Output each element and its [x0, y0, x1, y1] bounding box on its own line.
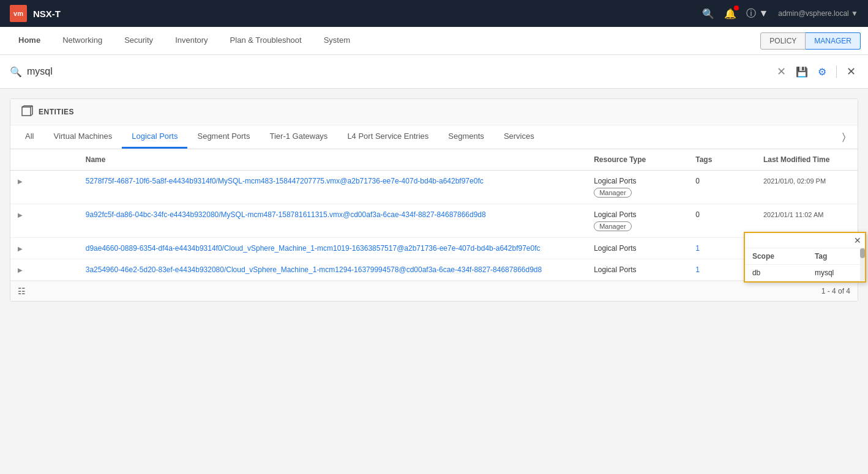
resource-type-cell: Logical Ports	[586, 238, 688, 259]
close-search-button[interactable]: ✕	[844, 62, 858, 81]
search-icon[interactable]: 🔍	[702, 8, 714, 20]
entities-label: ENTITIES	[39, 108, 74, 116]
modified-col-header: Last Modified Time	[756, 149, 858, 171]
tags-count: 0	[695, 177, 700, 185]
filter-tab-logical-ports[interactable]: Logical Ports	[122, 125, 187, 149]
policy-manager-toggle: POLICY MANAGER	[760, 32, 861, 50]
clear-search-button[interactable]: ✕	[774, 62, 788, 81]
manager-badge: Manager	[594, 221, 631, 231]
name-col-header: Name	[78, 149, 586, 171]
svg-rect-0	[22, 107, 31, 116]
search-input[interactable]	[27, 66, 769, 77]
name-cell: 3a254960-46e2-5d20-83ef-e4434b932080/Clo…	[78, 259, 586, 281]
scope-col-header: Scope	[745, 248, 807, 265]
entities-header: ENTITIES	[10, 99, 858, 125]
expand-cell[interactable]: ▶	[10, 238, 78, 259]
table-row: ▶ d9ae4660-0889-6354-df4a-e4434b9314f0/C…	[10, 238, 858, 259]
nav-tab-networking[interactable]: Networking	[51, 27, 113, 54]
manager-badge: Manager	[594, 188, 631, 198]
timestamp: 2021/01/0, 02:09 PM	[763, 177, 826, 185]
tags-cell: 0	[688, 171, 756, 204]
filter-tab-segments[interactable]: Segments	[438, 125, 494, 149]
name-cell: 9a92fc5f-da86-04bc-34fc-e4434b932080/MyS…	[78, 204, 586, 238]
top-bar-left: vm NSX-T	[10, 5, 61, 22]
filter-tabs: All Virtual Machines Logical Ports Segme…	[10, 125, 858, 149]
expand-col-header	[10, 149, 78, 171]
tags-popup-close-button[interactable]: ✕	[854, 235, 861, 245]
tags-popup-row: db mysql	[745, 265, 865, 281]
resource-type-value: Logical Ports	[594, 244, 681, 253]
resource-type-col-header: Resource Type	[586, 149, 688, 171]
resource-type-cell: Logical Ports Manager	[586, 171, 688, 204]
policy-button[interactable]: POLICY	[760, 32, 806, 50]
table-row: ▶ 3a254960-46e2-5d20-83ef-e4434b932080/C…	[10, 259, 858, 281]
tags-count[interactable]: 1	[695, 244, 700, 253]
vm-logo: vm	[10, 5, 27, 22]
top-bar-right: 🔍 🔔 ⓘ ▼ admin@vsphere.local ▼	[702, 7, 858, 20]
row-expand-arrow[interactable]: ▶	[18, 178, 23, 185]
row-expand-arrow[interactable]: ▶	[18, 267, 23, 273]
filter-tab-l4port[interactable]: L4 Port Service Entries	[337, 125, 438, 149]
resource-type-value: Logical Ports	[594, 265, 681, 274]
tags-popup-table: Scope Tag db mysql	[745, 248, 865, 281]
resource-type-cell: Logical Ports	[586, 259, 688, 281]
save-search-icon[interactable]: 💾	[793, 64, 810, 80]
row-link[interactable]: 9a92fc5f-da86-04bc-34fc-e4434b932080/MyS…	[86, 210, 486, 219]
nav-tab-security[interactable]: Security	[113, 27, 164, 54]
timestamp: 2021/01/1 11:02 AM	[763, 211, 823, 218]
row-link[interactable]: d9ae4660-0889-6354-df4a-e4434b9314f0/Clo…	[86, 244, 541, 253]
row-expand-arrow[interactable]: ▶	[18, 245, 23, 252]
entities-cube-icon	[20, 105, 34, 119]
nav-tabs: Home Networking Security Inventory Plan …	[7, 27, 361, 54]
filter-tab-segment-ports[interactable]: Segment Ports	[187, 125, 260, 149]
filter-tab-services[interactable]: Services	[494, 125, 544, 149]
expand-cell[interactable]: ▶	[10, 259, 78, 281]
app-title: NSX-T	[33, 9, 61, 19]
resource-type-value: Logical Ports	[594, 210, 681, 219]
top-bar: vm NSX-T 🔍 🔔 ⓘ ▼ admin@vsphere.local ▼	[0, 0, 868, 27]
filter-icon[interactable]: ⚙	[815, 64, 829, 80]
filter-tab-tier1[interactable]: Tier-1 Gateways	[260, 125, 337, 149]
tags-popup-scrollbar[interactable]	[860, 248, 865, 281]
table-body: ▶ 5278f75f-4687-10f6-5a8f-e4434b9314f0/M…	[10, 171, 858, 281]
nav-tab-plan[interactable]: Plan & Troubleshoot	[219, 27, 313, 54]
nav-tab-system[interactable]: System	[313, 27, 361, 54]
footer-toggle-icon[interactable]: ☷	[18, 286, 26, 296]
manager-button[interactable]: MANAGER	[806, 32, 861, 50]
notifications-icon[interactable]: 🔔	[724, 8, 736, 20]
modified-cell: 2021/01/0, 02:09 PM	[756, 171, 858, 204]
name-cell: d9ae4660-0889-6354-df4a-e4434b9314f0/Clo…	[78, 238, 586, 259]
entities-section: ENTITIES All Virtual Machines Logical Po…	[10, 98, 858, 302]
table-row: ▶ 5278f75f-4687-10f6-5a8f-e4434b9314f0/M…	[10, 171, 858, 204]
resource-type-value: Logical Ports	[594, 177, 681, 185]
search-bar-icon: 🔍	[10, 66, 22, 78]
tags-count[interactable]: 1	[695, 265, 700, 274]
help-icon[interactable]: ⓘ ▼	[746, 7, 768, 20]
scope-value: db	[745, 265, 807, 281]
user-info[interactable]: admin@vsphere.local ▼	[778, 9, 858, 18]
tags-popup-header: ✕	[745, 233, 865, 248]
table-header: Name Resource Type Tags Last Modified Ti…	[10, 149, 858, 171]
row-link[interactable]: 3a254960-46e2-5d20-83ef-e4434b932080/Clo…	[86, 265, 542, 274]
data-table: Name Resource Type Tags Last Modified Ti…	[10, 149, 858, 281]
tags-count: 0	[695, 210, 700, 219]
expand-cell[interactable]: ▶	[10, 171, 78, 204]
tags-popup: ✕ Scope Tag	[744, 232, 866, 283]
nav-tab-home[interactable]: Home	[7, 27, 51, 54]
row-expand-arrow[interactable]: ▶	[18, 212, 23, 218]
scrollbar-thumb	[860, 248, 865, 258]
filter-tab-vms[interactable]: Virtual Machines	[43, 125, 122, 149]
table-row: ▶ 9a92fc5f-da86-04bc-34fc-e4434b932080/M…	[10, 204, 858, 238]
main-content: ENTITIES All Virtual Machines Logical Po…	[0, 89, 868, 311]
tag-col-header: Tag	[807, 248, 865, 265]
filter-tabs-next-arrow[interactable]: 〉	[835, 125, 853, 149]
tags-popup-header-row: Scope Tag	[745, 248, 865, 265]
notification-dot	[734, 6, 739, 10]
search-bar: 🔍 ✕ 💾 ⚙ ✕	[0, 55, 868, 89]
expand-cell[interactable]: ▶	[10, 204, 78, 238]
row-link[interactable]: 5278f75f-4687-10f6-5a8f-e4434b9314f0/MyS…	[86, 177, 484, 185]
filter-tab-all[interactable]: All	[15, 125, 43, 149]
tags-cell: 1 ✕ Scope Ta	[688, 238, 756, 259]
search-actions: ✕ 💾 ⚙ ✕	[774, 62, 858, 81]
nav-tab-inventory[interactable]: Inventory	[164, 27, 219, 54]
